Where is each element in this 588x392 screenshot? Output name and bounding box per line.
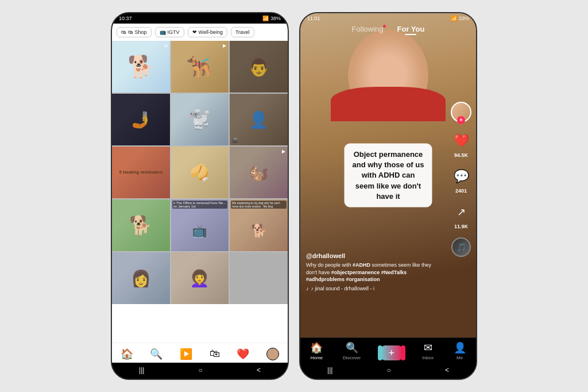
grid-cell-8[interactable]: 🥠 [171, 147, 229, 198]
ig-top-nav: 🛍 🛍 Shop 📺 IGTV ❤ Well-being Travel [112, 24, 288, 41]
tt-description: Why do people with #ADHD sometimes seem … [306, 262, 442, 283]
grid-cell-11[interactable]: n The Office is removed from Ne... on Ja… [171, 199, 229, 251]
ig-nav-shop[interactable]: 🛍 [210, 348, 220, 360]
tt-person [336, 29, 440, 121]
ig-battery: 38% [270, 16, 281, 21]
tt-nav-home[interactable]: 🏠 Home [310, 341, 323, 360]
tt-nav-for-you[interactable]: For You [397, 25, 425, 33]
ig-sys-home[interactable]: ○ [192, 365, 210, 375]
tt-me-icon: 👤 [454, 341, 466, 354]
tt-disc-icon: 🎵 [451, 237, 471, 257]
tt-discover-label: Discover [343, 355, 361, 360]
tt-status-bar: 11:01 📶 33% [300, 13, 476, 24]
grid-cell-13[interactable]: 👩 [112, 252, 170, 304]
tt-share-count: 11.9K [454, 224, 468, 229]
grid-cell-3[interactable]: 👨 [230, 41, 288, 93]
tt-sound-info: ♪ ♪ jinal sound - drhallowell - i [306, 286, 442, 291]
tt-sys-recent[interactable]: < [438, 365, 456, 375]
tt-time: 11:01 [307, 16, 320, 21]
ig-bottom-nav: 🏠 🔍 ▶️ 🛍 ❤️ [112, 343, 288, 363]
tt-comment-icon: 💬 [451, 166, 471, 187]
ig-igtv-btn[interactable]: 📺 IGTV [155, 27, 184, 37]
tt-like-count: 94.5K [454, 152, 468, 158]
tt-username: @drhallowell [306, 252, 442, 259]
tt-inbox-label: Inbox [422, 355, 434, 360]
ig-nav-likes[interactable]: ❤️ [237, 348, 249, 360]
ig-wellbeing-btn[interactable]: ❤ Well-being [188, 27, 227, 37]
ig-status-icons: 📶 38% [262, 16, 281, 21]
ig-shop-btn[interactable]: 🛍 🛍 Shop [117, 27, 152, 37]
tt-me-label: Me [457, 355, 463, 360]
tt-sys-home[interactable]: ○ [380, 365, 398, 375]
tt-sys-back[interactable]: ||| [320, 365, 339, 375]
ig-content: 🐕 ⧉ 🐕‍🦺 ▶ 👨 🤳 🐩 👤 🎬 [112, 41, 288, 343]
grid-cell-7[interactable]: 5 healing reminders [112, 147, 170, 198]
tt-status-icons: 📶 33% [451, 16, 469, 21]
tt-video-info: @drhallowell Why do people with #ADHD so… [306, 252, 442, 291]
tt-bottom-nav: 🏠 Home 🔍 Discover + ✉ Inbox 👤 Me [300, 337, 476, 363]
grid-cell-1[interactable]: 🐕 ⧉ [112, 41, 170, 93]
tt-shirt [331, 87, 446, 121]
play-icon-2: ▶ [223, 43, 226, 48]
tt-top-nav: Following For You [300, 24, 476, 33]
grid-cell-15[interactable] [230, 252, 288, 304]
grid-cell-14[interactable]: 👩‍🦱 [171, 252, 229, 304]
ig-status-bar: 10:37 📶 38% [112, 13, 288, 24]
tt-system-nav: ||| ○ < [300, 363, 476, 379]
grid-cell-10[interactable]: 🐕 [112, 199, 170, 251]
tt-video-text: Object permanence and why those of us wi… [345, 144, 432, 207]
tt-heart-icon: ❤️ [451, 130, 471, 151]
main-container: 10:37 📶 38% 🛍 🛍 Shop 📺 IGTV ❤ Well-being… [111, 12, 477, 380]
tt-comment-count: 2401 [455, 188, 467, 194]
tt-share-button[interactable]: ↗ 11.9K [451, 202, 471, 229]
tt-home-label: Home [311, 355, 323, 360]
healing-text: 5 healing reminders [118, 170, 164, 175]
tt-video-area[interactable]: 11:01 📶 33% Following For You Object per… [300, 13, 476, 337]
tt-sound-disc[interactable]: 🎵 [451, 237, 471, 257]
tt-follow-plus: + [457, 116, 465, 124]
tt-nav-discover[interactable]: 🔍 Discover [343, 341, 361, 360]
reel-icon: 🎬 [232, 138, 238, 143]
grid-cell-2[interactable]: 🐕‍🦺 ▶ [171, 41, 229, 93]
ig-grid: 🐕 ⧉ 🐕‍🦺 ▶ 👨 🤳 🐩 👤 🎬 [112, 41, 288, 304]
ig-travel-btn[interactable]: Travel [231, 27, 254, 37]
tt-sound-label: ♪ jinal sound - drhallowell - i [311, 286, 375, 291]
grid-cell-9[interactable]: 🐿️ ▶ [230, 147, 288, 198]
tt-home-icon: 🏠 [310, 341, 323, 354]
tiktok-phone: 11:01 📶 33% Following For You Object per… [299, 12, 477, 380]
grid-cell-6[interactable]: 👤 🎬 [230, 94, 288, 145]
tt-creator-avatar[interactable]: + [451, 102, 471, 122]
tt-following-dot [383, 25, 386, 28]
grid-cell-5[interactable]: 🐩 [171, 94, 229, 145]
play-icon-9: ▶ [282, 149, 285, 154]
instagram-phone: 10:37 📶 38% 🛍 🛍 Shop 📺 IGTV ❤ Well-being… [111, 12, 289, 380]
tt-like-button[interactable]: ❤️ 94.5K [451, 130, 471, 158]
tt-share-icon: ↗ [451, 202, 471, 222]
ig-nav-home[interactable]: 🏠 [121, 348, 133, 360]
ig-system-nav: ||| ○ < [112, 363, 288, 379]
ig-nav-reels[interactable]: ▶️ [180, 348, 192, 360]
tt-nav-following[interactable]: Following [352, 25, 384, 33]
grid-cell-4[interactable]: 🤳 [112, 94, 170, 145]
ig-sys-back[interactable]: ||| [132, 365, 151, 375]
ig-time: 10:37 [119, 16, 132, 21]
tt-comment-button[interactable]: 💬 2401 [451, 166, 471, 194]
multi-icon: ⧉ [164, 43, 168, 49]
tt-nav-me[interactable]: 👤 Me [454, 341, 466, 360]
tt-nav-add[interactable]: + [381, 345, 403, 360]
ig-nav-search[interactable]: 🔍 [150, 348, 163, 360]
grid-cell-12[interactable]: Me explaining to my dog why he can't hav… [230, 199, 288, 251]
tt-nav-inbox[interactable]: ✉ Inbox [422, 341, 434, 360]
tt-discover-icon: 🔍 [346, 341, 358, 354]
tt-inbox-icon: ✉ [424, 341, 432, 354]
tt-add-icon[interactable]: + [381, 345, 403, 360]
ig-nav-profile[interactable] [266, 348, 279, 360]
ig-sys-recent[interactable]: < [250, 365, 268, 375]
tt-action-panel: + ❤️ 94.5K 💬 2401 ↗ 11.9K [451, 102, 471, 257]
tt-battery: 33% [459, 16, 469, 21]
